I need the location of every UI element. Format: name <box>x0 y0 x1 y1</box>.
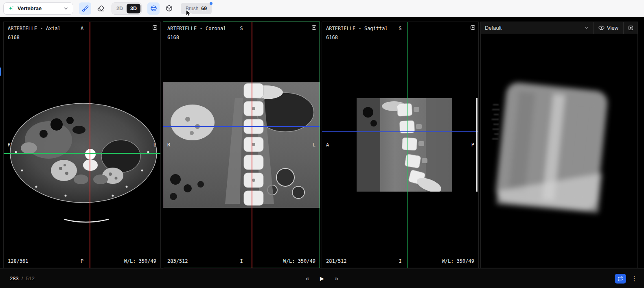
viewport-target-icon[interactable] <box>152 25 158 30</box>
window-level: W/L: 350/49 <box>124 258 156 264</box>
sphere-tool-button[interactable] <box>147 2 160 15</box>
slice-counter: 128/361 <box>8 258 28 264</box>
sparkles-icon <box>8 5 14 12</box>
eraser-icon <box>97 5 104 12</box>
segmentation-select-value: Vertebrae <box>18 5 60 11</box>
series-number: 6168 <box>8 35 20 40</box>
mode-toggle: 2D 3D <box>112 2 142 15</box>
playback-controls: « ▶ » <box>306 269 339 288</box>
segmentation-select[interactable]: Vertebrae <box>3 2 73 15</box>
viewport-sagittal[interactable]: ARTERIELLE - Sagittal S 6168 A P 281/512… <box>322 22 479 268</box>
crosshair-horizontal-blue[interactable] <box>322 131 478 132</box>
window-level: W/L: 350/49 <box>283 258 315 264</box>
orientation-right: L <box>153 142 156 148</box>
orientation-bottom: I <box>240 258 243 264</box>
viewport-target-icon[interactable] <box>624 22 637 34</box>
crosshair-vertical-red[interactable] <box>252 22 252 268</box>
eye-icon <box>598 25 605 31</box>
view-button-label: View <box>607 25 618 31</box>
scrubber-separator: / <box>22 275 23 281</box>
viewport-title: ARTERIELLE - Coronal <box>167 26 226 31</box>
slice-counter: 283/512 <box>167 258 188 264</box>
scrubber-current: 283 <box>10 275 19 281</box>
more-options-button[interactable]: ⋮ <box>631 269 637 288</box>
repeat-icon <box>618 276 623 281</box>
slice-scrubber: 283 / 512 <box>10 269 35 288</box>
left-edge-accent <box>0 68 1 76</box>
orientation-top: S <box>240 26 243 31</box>
toolbar: Vertebrae 2D 3D <box>0 0 644 17</box>
volume-cube-tool-button[interactable] <box>163 2 175 15</box>
crosshair-horizontal-blue[interactable] <box>163 126 320 127</box>
crosshair-horizontal-green[interactable] <box>4 153 160 154</box>
eraser-tool-button[interactable] <box>94 2 107 15</box>
viewport-volume-3d[interactable]: Default View <box>480 22 638 268</box>
preset-select[interactable]: Default <box>481 22 593 34</box>
axial-ct-image[interactable] <box>4 99 160 233</box>
sagittal-ct-image[interactable] <box>357 98 452 192</box>
series-number: 6168 <box>326 35 338 40</box>
skip-back-button[interactable]: « <box>306 275 309 282</box>
scrubber-total: 512 <box>26 275 35 281</box>
orientation-left: R <box>167 142 170 148</box>
orientation-bottom: I <box>399 258 401 264</box>
viewport-target-icon[interactable] <box>311 25 317 30</box>
series-number: 6168 <box>167 35 179 40</box>
preset-select-value: Default <box>485 25 502 31</box>
brush-size-indicator[interactable]: Brush 69 <box>181 3 212 14</box>
footer-bar: 283 / 512 « ▶ » ⋮ <box>0 268 644 288</box>
scroll-indicator[interactable] <box>476 98 478 192</box>
orientation-right: P <box>471 142 474 148</box>
skip-forward-button[interactable]: » <box>335 275 338 282</box>
brush-tool-button[interactable] <box>79 2 91 15</box>
orientation-bottom: P <box>81 258 83 264</box>
sphere-icon <box>150 5 157 12</box>
cube-icon <box>166 5 173 12</box>
play-button[interactable]: ▶ <box>320 276 324 281</box>
orientation-top: A <box>81 26 83 31</box>
loop-button[interactable] <box>615 274 626 284</box>
volume-render-image[interactable] <box>481 34 637 268</box>
brush-size-label: Brush <box>186 6 198 11</box>
orientation-top: S <box>399 26 401 31</box>
orientation-left: A <box>326 142 329 148</box>
chevron-down-icon <box>584 25 589 31</box>
mode-2d-option[interactable]: 2D <box>113 4 127 13</box>
viewport-coronal[interactable]: ARTERIELLE - Coronal S 6168 R L 283/512 … <box>163 22 320 268</box>
crosshair-vertical-red[interactable] <box>90 22 90 268</box>
orientation-left: R <box>8 142 11 148</box>
slice-counter: 281/512 <box>326 258 347 264</box>
volume-viewport-header: Default View <box>481 22 637 34</box>
brush-icon <box>82 5 89 12</box>
viewport-title: ARTERIELLE - Axial <box>8 26 61 31</box>
brush-size-value: 69 <box>201 6 207 11</box>
chevron-down-icon <box>63 6 69 11</box>
crosshair-vertical-green[interactable] <box>407 22 408 268</box>
viewport-axial[interactable]: ARTERIELLE - Axial A 6168 R L 128/361 P … <box>3 22 161 268</box>
viewport-target-icon[interactable] <box>470 25 475 30</box>
orientation-right: L <box>313 142 315 148</box>
viewport-title: ARTERIELLE - Sagittal <box>326 26 388 31</box>
mode-3d-option[interactable]: 3D <box>127 4 140 13</box>
view-button[interactable]: View <box>594 22 623 34</box>
window-level: W/L: 350/49 <box>442 258 474 264</box>
coronal-ct-image[interactable] <box>163 82 320 208</box>
brush-size-badge-dot <box>210 2 212 5</box>
